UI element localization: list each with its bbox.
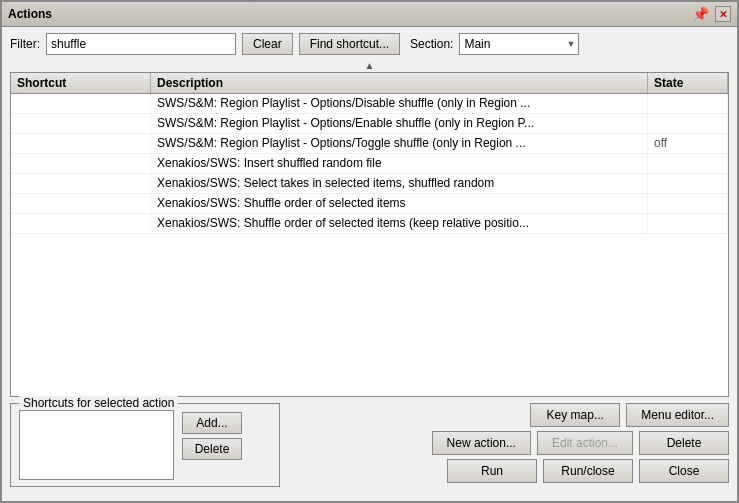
actions-window: Actions 📌 ✕ Filter: Clear Find shortcut.… bbox=[0, 0, 739, 503]
cell-shortcut bbox=[11, 134, 151, 153]
filter-label: Filter: bbox=[10, 37, 40, 51]
title-bar: Actions 📌 ✕ bbox=[2, 2, 737, 27]
cell-description: Xenakios/SWS: Shuffle order of selected … bbox=[151, 194, 648, 213]
col-state: State bbox=[648, 73, 728, 93]
scroll-up-indicator: ▲ bbox=[2, 61, 737, 71]
cell-shortcut bbox=[11, 94, 151, 113]
cell-description: SWS/S&M: Region Playlist - Options/Disab… bbox=[151, 94, 648, 113]
cell-description: Xenakios/SWS: Select takes in selected i… bbox=[151, 174, 648, 193]
cell-description: SWS/S&M: Region Playlist - Options/Toggl… bbox=[151, 134, 648, 153]
pin-icon[interactable]: 📌 bbox=[692, 6, 709, 22]
table-row[interactable]: Xenakios/SWS: Shuffle order of selected … bbox=[11, 214, 728, 234]
table-row[interactable]: Xenakios/SWS: Select takes in selected i… bbox=[11, 174, 728, 194]
cell-shortcut bbox=[11, 194, 151, 213]
shortcuts-legend: Shortcuts for selected action bbox=[19, 396, 178, 410]
add-shortcut-button[interactable]: Add... bbox=[182, 412, 242, 434]
table-row[interactable]: SWS/S&M: Region Playlist - Options/Enabl… bbox=[11, 114, 728, 134]
run-close-button[interactable]: Run/close bbox=[543, 459, 633, 483]
key-map-button[interactable]: Key map... bbox=[530, 403, 620, 427]
shortcuts-content: Add... Delete bbox=[19, 410, 271, 480]
table-row[interactable]: SWS/S&M: Region Playlist - Options/Disab… bbox=[11, 94, 728, 114]
new-action-button[interactable]: New action... bbox=[432, 431, 531, 455]
bot-action-row: Run Run/close Close bbox=[290, 459, 729, 483]
toolbar: Filter: Clear Find shortcut... Section: … bbox=[2, 27, 737, 61]
section-select[interactable]: Main MIDI Editor MIDI Event List Editor … bbox=[459, 33, 579, 55]
section-label: Section: bbox=[410, 37, 453, 51]
delete-button[interactable]: Delete bbox=[639, 431, 729, 455]
cell-shortcut bbox=[11, 114, 151, 133]
table-body[interactable]: SWS/S&M: Region Playlist - Options/Disab… bbox=[11, 94, 728, 396]
mid-action-row: New action... Edit action... Delete bbox=[290, 431, 729, 455]
close-button[interactable]: Close bbox=[639, 459, 729, 483]
section-select-wrapper: Main MIDI Editor MIDI Event List Editor … bbox=[459, 33, 579, 55]
menu-editor-button[interactable]: Menu editor... bbox=[626, 403, 729, 427]
table-header: Shortcut Description State bbox=[11, 73, 728, 94]
col-shortcut: Shortcut bbox=[11, 73, 151, 93]
cell-description: Xenakios/SWS: Insert shuffled random fil… bbox=[151, 154, 648, 173]
cell-shortcut bbox=[11, 174, 151, 193]
cell-state bbox=[648, 214, 728, 233]
window-title: Actions bbox=[8, 7, 52, 21]
cell-state bbox=[648, 174, 728, 193]
top-action-row: Key map... Menu editor... bbox=[290, 403, 729, 427]
cell-description: SWS/S&M: Region Playlist - Options/Enabl… bbox=[151, 114, 648, 133]
delete-shortcut-button[interactable]: Delete bbox=[182, 438, 242, 460]
shortcuts-list[interactable] bbox=[19, 410, 174, 480]
cell-state bbox=[648, 114, 728, 133]
table-row[interactable]: SWS/S&M: Region Playlist - Options/Toggl… bbox=[11, 134, 728, 154]
actions-table: Shortcut Description State SWS/S&M: Regi… bbox=[10, 72, 729, 397]
cell-state: off bbox=[648, 134, 728, 153]
clear-button[interactable]: Clear bbox=[242, 33, 293, 55]
col-description: Description bbox=[151, 73, 648, 93]
right-buttons-area: Key map... Menu editor... New action... … bbox=[290, 403, 729, 483]
shortcuts-list-buttons: Add... Delete bbox=[182, 410, 242, 480]
cell-shortcut bbox=[11, 214, 151, 233]
close-button[interactable]: ✕ bbox=[715, 6, 731, 22]
cell-shortcut bbox=[11, 154, 151, 173]
cell-state bbox=[648, 154, 728, 173]
find-shortcut-button[interactable]: Find shortcut... bbox=[299, 33, 400, 55]
cell-state bbox=[648, 194, 728, 213]
table-row[interactable]: Xenakios/SWS: Insert shuffled random fil… bbox=[11, 154, 728, 174]
shortcuts-group: Shortcuts for selected action Add... Del… bbox=[10, 403, 280, 487]
cell-description: Xenakios/SWS: Shuffle order of selected … bbox=[151, 214, 648, 233]
filter-input[interactable] bbox=[46, 33, 236, 55]
edit-action-button[interactable]: Edit action... bbox=[537, 431, 633, 455]
bottom-section: Shortcuts for selected action Add... Del… bbox=[2, 397, 737, 501]
cell-state bbox=[648, 94, 728, 113]
run-button[interactable]: Run bbox=[447, 459, 537, 483]
table-row[interactable]: Xenakios/SWS: Shuffle order of selected … bbox=[11, 194, 728, 214]
